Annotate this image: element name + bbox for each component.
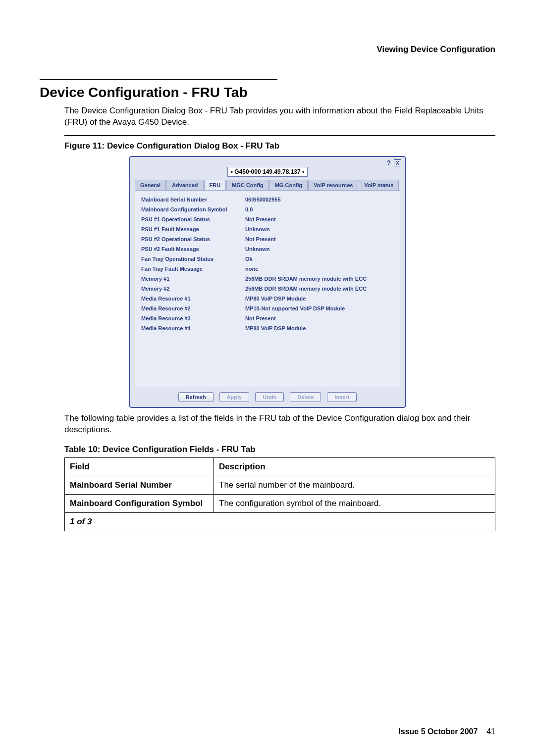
field-value: MP80 VoIP DSP Module <box>245 325 394 331</box>
tab-panel: Mainboard Serial Number06IS50002955 Main… <box>135 191 400 388</box>
field-value: 0.0 <box>245 206 394 212</box>
field-label: Fan Tray Fault Message <box>141 266 245 272</box>
cell-description: The serial number of the mainboard. <box>214 476 495 494</box>
table-header-row: Field Description <box>65 457 495 476</box>
field-row: Memory #1256MB DDR SRDAM memory module w… <box>141 274 394 284</box>
close-icon[interactable]: X <box>394 159 401 166</box>
fields-table: Field Description Mainboard Serial Numbe… <box>64 457 495 531</box>
field-value: Not Present <box>245 315 394 321</box>
field-row: Memory #2256MB DDR SRDAM memory module w… <box>141 284 394 294</box>
field-label: Mainboard Configuration Symbol <box>141 206 245 212</box>
field-label: Fan Tray Operational Status <box>141 256 245 262</box>
field-value: 06IS50002955 <box>245 197 394 202</box>
intro-paragraph: The Device Configuration Dialog Box - FR… <box>64 105 495 128</box>
field-row: PSU #2 Fault MessageUnknown <box>141 244 394 254</box>
button-row: Refresh Apply Undo Delete Insert <box>133 392 402 402</box>
table-caption: Table 10: Device Configuration Fields - … <box>64 445 495 454</box>
table-row: Mainboard Configuration Symbol The confi… <box>65 494 495 512</box>
field-label: Memory #1 <box>141 276 245 282</box>
field-value: none <box>245 266 394 272</box>
field-label: PSU #2 Fault Message <box>141 246 245 252</box>
dialog-screenshot: ? X • G450-000 149.49.78.137 • General A… <box>129 156 406 408</box>
delete-button[interactable]: Delete <box>290 392 321 402</box>
table-row: Mainboard Serial Number The serial numbe… <box>65 476 495 494</box>
page-footer: Issue 5 October 2007 41 <box>398 727 495 736</box>
field-row: PSU #1 Operational StatusNot Present <box>141 214 394 224</box>
field-value: Unknown <box>245 246 394 252</box>
field-row: Fan Tray Fault Messagenone <box>141 264 394 274</box>
tab-voip-resources[interactable]: VoIP resources <box>308 180 358 190</box>
field-value: Unknown <box>245 226 394 232</box>
tab-mg-config[interactable]: MG Config <box>269 180 308 190</box>
field-label: Media Resource #2 <box>141 305 245 311</box>
field-row: PSU #2 Operational StatusNot Present <box>141 234 394 244</box>
dialog-title: • G450-000 149.49.78.137 • <box>227 167 308 177</box>
th-field: Field <box>65 457 214 476</box>
field-label: PSU #1 Fault Message <box>141 226 245 232</box>
tab-advanced[interactable]: Advanced <box>166 180 204 190</box>
field-label: PSU #1 Operational Status <box>141 216 245 222</box>
field-row: Media Resource #2MP10-Not supported VoIP… <box>141 303 394 313</box>
field-label: Mainboard Serial Number <box>141 197 245 202</box>
dialog-window: ? X • G450-000 149.49.78.137 • General A… <box>129 156 406 408</box>
rule-above-figure <box>64 135 495 136</box>
field-row: Fan Tray Operational StatusOk <box>141 254 394 264</box>
field-value: 256MB DDR SRDAM memory module with ECC <box>245 286 394 292</box>
field-label: Media Resource #4 <box>141 325 245 331</box>
window-controls: ? X <box>387 159 401 166</box>
tab-general[interactable]: General <box>135 180 166 190</box>
tab-fru[interactable]: FRU <box>204 180 226 190</box>
cell-field: Mainboard Serial Number <box>65 476 214 494</box>
field-value: Ok <box>245 256 394 262</box>
tab-bar: General Advanced FRU MGC Config MG Confi… <box>135 180 400 191</box>
th-description: Description <box>214 457 495 476</box>
field-row: Media Resource #1MP80 VoIP DSP Module <box>141 294 394 303</box>
field-value: 256MB DDR SRDAM memory module with ECC <box>245 276 394 282</box>
field-row: Media Resource #3Not Present <box>141 313 394 323</box>
field-row: PSU #1 Fault MessageUnknown <box>141 224 394 234</box>
tab-mgc-config[interactable]: MGC Config <box>226 180 269 190</box>
cell-description: The configuration symbol of the mainboar… <box>214 494 495 512</box>
field-label: Memory #2 <box>141 286 245 292</box>
field-label: PSU #2 Operational Status <box>141 236 245 242</box>
after-figure-paragraph: The following table provides a list of t… <box>64 413 495 436</box>
refresh-button[interactable]: Refresh <box>178 392 214 402</box>
insert-button[interactable]: Insert <box>327 392 357 402</box>
apply-button[interactable]: Apply <box>219 392 250 402</box>
undo-button[interactable]: Undo <box>255 392 284 402</box>
footer-page-number: 41 <box>486 727 495 736</box>
field-label: Media Resource #1 <box>141 296 245 302</box>
help-icon[interactable]: ? <box>387 159 391 166</box>
field-value: MP10-Not supported VoIP DSP Module <box>245 305 394 311</box>
field-row: Mainboard Serial Number06IS50002955 <box>141 195 394 204</box>
field-label: Media Resource #3 <box>141 315 245 321</box>
rule-top <box>40 79 277 80</box>
section-title: Device Configuration - FRU Tab <box>40 85 495 101</box>
field-value: Not Present <box>245 216 394 222</box>
footer-issue: Issue 5 October 2007 <box>398 727 478 736</box>
table-pager-row: 1 of 3 <box>65 512 495 531</box>
cell-field: Mainboard Configuration Symbol <box>65 494 214 512</box>
field-row: Media Resource #4MP80 VoIP DSP Module <box>141 323 394 333</box>
field-value: MP80 VoIP DSP Module <box>245 296 394 302</box>
field-row: Mainboard Configuration Symbol0.0 <box>141 204 394 214</box>
tab-voip-status[interactable]: VoIP status <box>359 180 399 190</box>
figure-caption: Figure 11: Device Configuration Dialog B… <box>64 141 495 151</box>
running-head: Viewing Device Configuration <box>376 45 495 54</box>
field-value: Not Present <box>245 236 394 242</box>
table-pager: 1 of 3 <box>65 512 495 531</box>
